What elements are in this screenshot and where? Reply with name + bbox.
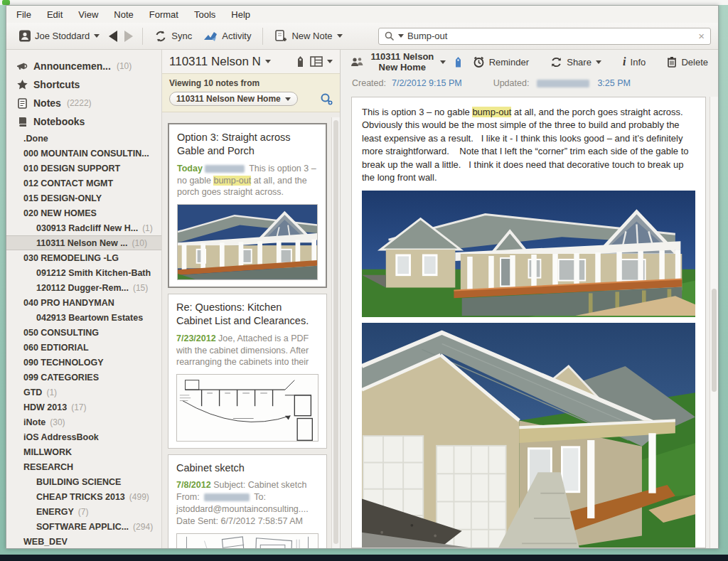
save-search-icon[interactable] xyxy=(320,92,333,105)
tag-icon[interactable] xyxy=(295,55,306,68)
delete-label: Delete xyxy=(681,57,708,68)
sidebar-item-label: 010 DESIGN SUPPORT xyxy=(23,164,120,173)
created-label: Created: xyxy=(352,78,386,88)
sidebar-item-030-remodeling-lg[interactable]: 030 REMODELING -LG xyxy=(6,250,161,265)
sidebar-item-research[interactable]: RESEARCH xyxy=(6,459,161,474)
sidebar-item-015-design-only[interactable]: 015 DESIGN-ONLY xyxy=(6,191,161,205)
info-button[interactable]: i Info xyxy=(623,55,646,68)
sidebar-item-030913-radcliff-new-h[interactable]: 030913 Radcliff New H...(1) xyxy=(6,220,161,235)
note-list-title[interactable]: 110311 Nelson N xyxy=(169,55,261,69)
note-card-title: Option 3: Straight across Gable and Porc… xyxy=(177,131,318,158)
sidebar-item-091212-smith-kitchen-bath[interactable]: 091212 Smith Kitchen-Bath xyxy=(6,265,161,280)
menu-format[interactable]: Format xyxy=(149,9,178,20)
sidebar-item-software-applic[interactable]: SOFTWARE APPLIC...(294) xyxy=(6,519,161,534)
sidebar-item-010-design-support[interactable]: 010 DESIGN SUPPORT xyxy=(6,161,161,176)
menu-edit[interactable]: Edit xyxy=(47,9,63,20)
sidebar-item-042913-beartown-estates[interactable]: 042913 Beartown Estates xyxy=(6,310,161,325)
viewing-bar: Viewing 10 notes from 110311 Nelson New … xyxy=(162,73,340,112)
share-label: Share xyxy=(567,57,592,68)
taskbar-app-icon[interactable] xyxy=(2,0,10,5)
sidebar-item-cheap-tricks-2013[interactable]: CHEAP TRICKS 2013(499) xyxy=(6,489,161,504)
reminder-label: Reminder xyxy=(489,57,529,68)
notebook-selector[interactable]: 110311 Nelson New Home xyxy=(369,51,446,73)
sidebar-item-inote[interactable]: iNote(30) xyxy=(6,415,161,429)
sidebar-item-notes[interactable]: Notes(2222) xyxy=(6,94,161,112)
reminder-button[interactable]: Reminder xyxy=(473,56,529,68)
menu-note[interactable]: Note xyxy=(114,9,133,20)
sidebar-item-ios-addressbook[interactable]: iOS AddressBook xyxy=(6,429,161,444)
note-list-scrollbar[interactable] xyxy=(331,117,340,548)
note-card-kitchen-cabinets[interactable]: Re: Questions: Kitchen Cabinet List and … xyxy=(168,294,327,449)
sidebar-item-110311-nelson-new[interactable]: 110311 Nelson New ...(10) xyxy=(6,235,161,250)
note-content[interactable]: This is option 3 – no gable bump-out at … xyxy=(351,97,706,548)
sidebar-item-012-contact-mgmt[interactable]: 012 CONTACT MGMT xyxy=(6,176,161,191)
sidebar-item-label: SOFTWARE APPLIC... xyxy=(36,522,129,532)
note-count-badge: (15) xyxy=(133,283,148,293)
editor-scrollbar[interactable] xyxy=(710,97,718,548)
updated-label: Updated: xyxy=(493,78,530,88)
note-count-badge: (294) xyxy=(133,522,153,532)
account-button[interactable]: Joe Stoddard xyxy=(14,26,105,46)
evernote-window: File Edit View Note Format Tools Help Jo… xyxy=(6,5,719,549)
menu-tools[interactable]: Tools xyxy=(194,9,215,20)
sidebar-item-090-technology[interactable]: 090 TECHNOLOGY xyxy=(6,355,161,370)
sidebar-item-hdw-2013[interactable]: HDW 2013(17) xyxy=(6,400,161,415)
sidebar-item-000-mountain-consultin[interactable]: 000 MOUNTAIN CONSULTIN... xyxy=(6,146,161,161)
sidebar-item-building-science[interactable]: BUILDING SCIENCE xyxy=(6,474,161,489)
scrollbar-thumb[interactable] xyxy=(333,120,338,544)
sidebar-item-099-categories[interactable]: 099 CATEGORIES xyxy=(6,370,161,385)
back-button[interactable] xyxy=(109,31,117,42)
sidebar-item-label: Announcemen... xyxy=(33,60,111,72)
search-input[interactable]: Bump-out xyxy=(407,31,447,41)
sidebar-item-label: 042913 Beartown Estates xyxy=(36,313,143,323)
note-card-thumbnail-house-render xyxy=(177,204,318,280)
sidebar-item-done[interactable]: .Done xyxy=(6,131,161,146)
note-icon xyxy=(16,98,28,109)
share-button[interactable]: Share xyxy=(550,56,601,68)
notebook-filter-dropdown[interactable]: 110311 Nelson New Home xyxy=(169,92,298,106)
viewing-label: Viewing 10 notes from xyxy=(169,78,333,88)
forward-button[interactable] xyxy=(124,31,133,42)
delete-button[interactable]: Delete xyxy=(667,56,708,68)
sidebar-item-120112-dugger-rem[interactable]: 120112 Dugger-Rem...(15) xyxy=(6,280,161,295)
view-options-icon[interactable] xyxy=(310,56,323,67)
menu-file[interactable]: File xyxy=(16,9,31,20)
sync-button[interactable]: Sync xyxy=(149,27,198,46)
menu-help[interactable]: Help xyxy=(231,9,250,20)
menu-view[interactable]: View xyxy=(78,9,98,20)
account-label: Joe Stoddard xyxy=(35,31,90,41)
sidebar-item-label: 050 CONSULTING xyxy=(23,328,99,338)
note-card-option-3[interactable]: Option 3: Straight across Gable and Porc… xyxy=(168,123,327,288)
chevron-down-icon[interactable] xyxy=(265,60,271,63)
note-tag-icon[interactable] xyxy=(454,56,463,68)
note-card-thumbnail-cabinet-plan xyxy=(176,374,318,441)
sidebar-item-shortcuts[interactable]: Shortcuts xyxy=(6,75,161,94)
search-box[interactable]: Bump-out × xyxy=(378,28,711,45)
new-note-button[interactable]: New Note xyxy=(269,27,348,46)
activity-button[interactable]: Activity xyxy=(198,28,257,45)
sidebar-item-label: 015 DESIGN-ONLY xyxy=(23,193,102,203)
sidebar-item-040-pro-handyman[interactable]: 040 PRO HANDYMAN xyxy=(6,295,161,310)
sidebar-item-060-edtiorial[interactable]: 060 EDTIORIAL xyxy=(6,340,161,355)
search-scope-chevron-icon[interactable] xyxy=(398,34,404,38)
editor-header: 110311 Nelson New Home Reminder xyxy=(341,50,718,74)
note-body-text[interactable]: This is option 3 – no gable bump-out at … xyxy=(362,106,695,185)
sidebar-item-label: HDW 2013 xyxy=(23,402,67,412)
sidebar-item-announcemen[interactable]: Announcemen...(10) xyxy=(6,57,161,75)
sidebar-item-gtd[interactable]: GTD(1) xyxy=(6,385,161,400)
note-count-badge: (7) xyxy=(78,507,89,517)
sidebar-item-label: 090 TECHNOLOGY xyxy=(23,358,104,368)
sidebar-item-label: WEB_DEV xyxy=(23,537,68,547)
scrollbar-thumb[interactable] xyxy=(712,289,717,392)
chevron-down-icon[interactable] xyxy=(327,60,333,63)
note-card-cabinet-sketch[interactable]: Cabinet sketch 7/8/2012 Subject: Cabinet… xyxy=(168,454,327,548)
info-label: Info xyxy=(631,57,646,68)
clear-search-icon[interactable]: × xyxy=(698,31,705,41)
sidebar-item-050-consulting[interactable]: 050 CONSULTING xyxy=(6,325,161,340)
trash-icon xyxy=(667,56,677,68)
sidebar-item-energy[interactable]: ENERGY(7) xyxy=(6,504,161,519)
sidebar-item-020-new-homes[interactable]: 020 NEW HOMES xyxy=(6,205,161,220)
sidebar-item-notebooks[interactable]: Notebooks xyxy=(6,112,161,131)
sidebar-item-millwork[interactable]: MILLWORK xyxy=(6,444,161,459)
sidebar-item-web-dev[interactable]: WEB_DEV xyxy=(6,534,161,548)
